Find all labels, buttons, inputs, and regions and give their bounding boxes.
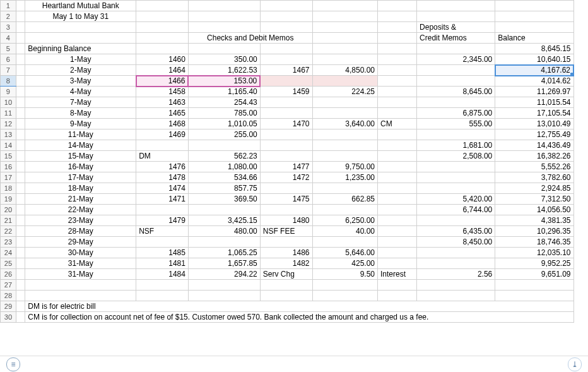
check-num[interactable]: 1467 <box>260 65 312 76</box>
balance[interactable]: 7,312.50 <box>495 194 573 205</box>
amount[interactable]: 9,750.00 <box>312 162 377 172</box>
check-num[interactable]: NSF <box>136 226 189 237</box>
row-number[interactable]: 9 <box>1 87 16 97</box>
row-number[interactable]: 23 <box>1 237 16 248</box>
amount[interactable]: 40.00 <box>312 226 377 237</box>
note-cell[interactable] <box>378 172 417 183</box>
amount[interactable]: 857.75 <box>188 183 260 194</box>
amount[interactable]: 1,010.05 <box>188 119 260 129</box>
note-cell[interactable] <box>378 215 417 226</box>
amount[interactable]: 1,235.00 <box>312 172 377 183</box>
amount[interactable] <box>312 76 377 87</box>
note-cell[interactable] <box>378 65 417 76</box>
balance[interactable]: 12,035.10 <box>495 248 573 258</box>
check-num[interactable]: 1464 <box>136 65 189 76</box>
note-cell[interactable] <box>378 194 417 205</box>
balance[interactable]: 13,010.49 <box>495 119 573 129</box>
note-cell[interactable]: Interest <box>378 269 417 280</box>
deposit[interactable]: 2,508.00 <box>417 151 495 162</box>
note-cm[interactable]: CM is for collection on account net of f… <box>25 312 573 323</box>
note-cell[interactable] <box>378 162 417 172</box>
row-number[interactable]: 15 <box>1 151 16 162</box>
note-cell[interactable] <box>378 248 417 258</box>
row-number[interactable]: 25 <box>1 258 16 269</box>
row-number[interactable]: 14 <box>1 140 16 151</box>
check-num[interactable]: 1468 <box>136 119 189 129</box>
check-num[interactable]: 1476 <box>136 162 189 172</box>
date-cell[interactable]: 31-May <box>25 258 136 269</box>
check-num[interactable] <box>260 108 312 119</box>
row-number[interactable]: 8 <box>1 76 16 87</box>
check-num[interactable] <box>136 237 189 248</box>
deposit[interactable] <box>417 215 495 226</box>
check-num[interactable]: 1481 <box>136 258 189 269</box>
selected-cell[interactable]: 4,167.62 <box>495 65 573 76</box>
check-num[interactable] <box>136 140 189 151</box>
balance[interactable]: 2,924.85 <box>495 183 573 194</box>
table-row[interactable]: 1717-May1478534.6614721,235.003,782.60 <box>1 172 574 183</box>
row-number[interactable]: 29 <box>1 301 16 312</box>
amount[interactable]: 3,640.00 <box>312 119 377 129</box>
balance[interactable]: 9,952.25 <box>495 258 573 269</box>
deposit[interactable] <box>417 129 495 140</box>
amount[interactable] <box>188 237 260 248</box>
check-num[interactable]: 1474 <box>136 183 189 194</box>
amount[interactable]: 1,165.40 <box>188 87 260 97</box>
balance[interactable]: 11,015.54 <box>495 97 573 108</box>
table-row[interactable]: 1818-May1474857.752,924.85 <box>1 183 574 194</box>
amount[interactable]: 369.50 <box>188 194 260 205</box>
amount[interactable] <box>312 97 377 108</box>
date-cell[interactable]: 3-May <box>25 76 136 87</box>
amount[interactable]: 480.00 <box>188 226 260 237</box>
beginning-balance-label[interactable]: Beginning Balance <box>25 44 136 54</box>
balance[interactable]: 18,746.35 <box>495 237 573 248</box>
row-number[interactable]: 22 <box>1 226 16 237</box>
balance[interactable]: 11,269.97 <box>495 87 573 97</box>
date-cell[interactable]: 2-May <box>25 65 136 76</box>
row-number[interactable]: 7 <box>1 65 16 76</box>
check-num[interactable] <box>260 237 312 248</box>
check-num[interactable]: 1484 <box>136 269 189 280</box>
deposit[interactable]: 555.00 <box>417 119 495 129</box>
row-number[interactable]: 4 <box>1 33 16 44</box>
deposit[interactable]: 8,645.00 <box>417 87 495 97</box>
balance[interactable]: 3,782.60 <box>495 172 573 183</box>
checks-debits-header[interactable]: Checks and Debit Memos <box>188 33 312 44</box>
row-number[interactable]: 17 <box>1 172 16 183</box>
amount[interactable] <box>312 129 377 140</box>
date-cell[interactable]: 28-May <box>25 226 136 237</box>
table-row[interactable]: 1921-May1471369.501475662.855,420.007,31… <box>1 194 574 205</box>
amount[interactable]: 254.43 <box>188 97 260 108</box>
row-number[interactable]: 11 <box>1 108 16 119</box>
date-cell[interactable]: 11-May <box>25 129 136 140</box>
table-row[interactable]: 1616-May14761,080.0014779,750.005,552.26 <box>1 162 574 172</box>
amount[interactable]: 350.00 <box>188 54 260 65</box>
check-num[interactable]: 1471 <box>136 194 189 205</box>
date-cell[interactable]: 16-May <box>25 162 136 172</box>
date-cell[interactable]: 1-May <box>25 54 136 65</box>
amount[interactable] <box>188 205 260 215</box>
table-row[interactable]: 61-May1460350.002,345.0010,640.15 <box>1 54 574 65</box>
row-number[interactable]: 12 <box>1 119 16 129</box>
amount[interactable] <box>312 237 377 248</box>
check-num[interactable]: 1482 <box>260 258 312 269</box>
deposit[interactable]: 6,875.00 <box>417 108 495 119</box>
check-num[interactable]: 1480 <box>260 215 312 226</box>
amount[interactable]: 3,425.15 <box>188 215 260 226</box>
amount[interactable]: 6,250.00 <box>312 215 377 226</box>
date-cell[interactable]: 14-May <box>25 140 136 151</box>
deposit[interactable]: 6,435.00 <box>417 226 495 237</box>
table-row[interactable]: 129-May14681,010.0514703,640.00CM555.001… <box>1 119 574 129</box>
check-num[interactable]: 1463 <box>136 97 189 108</box>
deposit[interactable]: 1,681.00 <box>417 140 495 151</box>
note-cell[interactable] <box>378 87 417 97</box>
deposit[interactable]: 8,450.00 <box>417 237 495 248</box>
table-row[interactable]: 118-May1465785.006,875.0017,105.54 <box>1 108 574 119</box>
table-row[interactable]: 2430-May14851,065.2514865,646.0012,035.1… <box>1 248 574 258</box>
check-num[interactable]: 1475 <box>260 194 312 205</box>
amount[interactable] <box>312 140 377 151</box>
check-num[interactable] <box>260 97 312 108</box>
deposit[interactable] <box>417 76 495 87</box>
row-number[interactable]: 16 <box>1 162 16 172</box>
check-num[interactable]: 1458 <box>136 87 189 97</box>
